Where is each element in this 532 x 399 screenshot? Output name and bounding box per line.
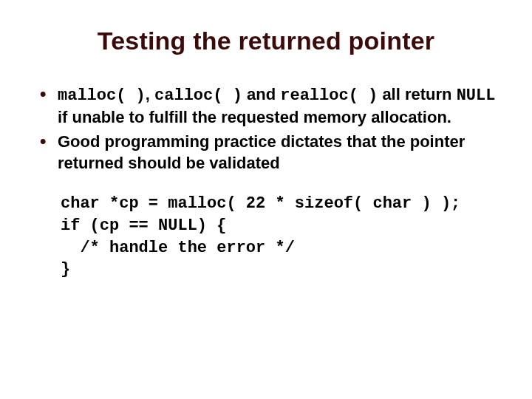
text-mid: and — [242, 85, 280, 103]
bullet-item-2: Good programming practice dictates that … — [37, 131, 498, 174]
text-tail1: all return — [378, 85, 456, 103]
bullet-list: malloc( ), calloc( ) and realloc( ) all … — [30, 83, 502, 174]
bullet-2-text: Good programming practice dictates that … — [58, 132, 465, 172]
code-malloc: malloc( ) — [58, 86, 146, 105]
code-realloc: realloc( ) — [280, 86, 378, 105]
text-sep1: , — [146, 85, 154, 103]
bullet-item-1: malloc( ), calloc( ) and realloc( ) all … — [37, 83, 498, 128]
code-block: char *cp = malloc( 22 * sizeof( char ) )… — [61, 193, 502, 281]
code-null: NULL — [457, 86, 496, 105]
slide-title: Testing the returned pointer — [30, 27, 502, 55]
code-calloc: calloc( ) — [154, 86, 242, 105]
text-tail2: if unable to fulfill the requested memor… — [58, 108, 451, 126]
